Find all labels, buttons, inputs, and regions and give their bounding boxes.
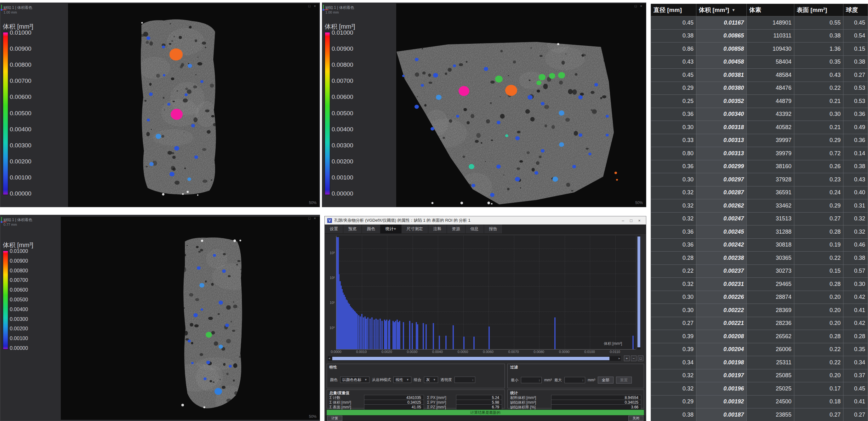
defect-marker[interactable] (191, 362, 194, 364)
defect-marker[interactable] (185, 93, 188, 96)
table-row[interactable]: 0.320.00231294650.280.30 (651, 278, 868, 291)
maximize-button[interactable]: □ (627, 218, 635, 223)
tab-预览[interactable]: 预览 (343, 225, 362, 233)
defect-marker[interactable] (505, 134, 508, 137)
table-row[interactable]: 0.320.00287365910.240.40 (651, 186, 868, 200)
table-row[interactable]: 0.860.008581094301.360.15 (651, 42, 868, 56)
table-row[interactable]: 0.280.00238303650.220.38 (651, 252, 868, 265)
scroll-right-icon[interactable]: ▸ (619, 356, 620, 360)
defect-marker[interactable] (541, 102, 545, 105)
dialog-titlebar[interactable]: V 孔隙/夹杂物分析 (VGDefX/仅阈值) 的属性：缺陷 1 的 表面的 R… (325, 216, 646, 225)
defect-marker[interactable] (436, 95, 441, 100)
table-row[interactable]: 0.290.00192245000.180.41 (651, 395, 868, 409)
table-row[interactable]: 0.320.00196250250.170.45 (651, 382, 868, 395)
combine-select[interactable]: 灰▼ (424, 377, 438, 383)
tab-设置[interactable]: 设置 (325, 225, 343, 233)
table-row[interactable]: 0.450.00381485840.430.27 (651, 69, 868, 82)
filter-max-input[interactable]: ↕ (564, 377, 585, 383)
ct-view-top-right[interactable]: 缺陷 1 | 体积着色 1.00 mm □ × 体积 [mm³] 0.01000… (322, 2, 646, 207)
column-header-2[interactable]: 体素 (747, 4, 794, 17)
table-row[interactable]: 0.360.00340433920.300.36 (651, 108, 868, 121)
table-row[interactable]: 0.250.00352448790.210.53 (651, 95, 868, 108)
defect-marker[interactable] (534, 171, 538, 174)
horizontal-scrollbar[interactable]: ◂ ▸ (328, 356, 621, 361)
pane-window-icons[interactable]: □ × (634, 4, 644, 8)
table-row[interactable]: 0.300.00318405820.210.49 (651, 121, 868, 134)
defect-marker[interactable] (495, 75, 503, 83)
table-row[interactable]: 0.390.00208265620.280.28 (651, 330, 868, 343)
defect-marker[interactable] (204, 377, 207, 380)
defect-marker[interactable] (431, 127, 434, 130)
histogram-plot[interactable] (336, 236, 636, 350)
table-row[interactable]: 0.380.008651103110.380.54 (651, 30, 868, 43)
defect-marker[interactable] (162, 45, 165, 48)
defect-marker[interactable] (515, 177, 520, 182)
defect-marker[interactable] (433, 73, 438, 78)
zoom-fit-icon[interactable]: □ (638, 356, 644, 361)
defect-marker[interactable] (549, 73, 555, 79)
defect-table[interactable]: 直径 [mm]体积 [mm³]▼体素表面 [mm²]球度0.450.011671… (651, 4, 868, 421)
defect-marker[interactable] (199, 283, 205, 288)
defect-marker[interactable] (484, 67, 488, 71)
table-row[interactable]: 0.270.00221282360.200.42 (651, 317, 868, 330)
defect-marker[interactable] (200, 308, 203, 311)
ct-view-top[interactable]: 缺陷 1 | 体积着色 1.00 mm □ × 体积 [mm³] 0.01000… (0, 2, 320, 207)
defect-marker[interactable] (194, 155, 198, 159)
table-row[interactable]: 0.300.00297379280.230.43 (651, 173, 868, 186)
tab-统计+[interactable]: 统计+ (380, 225, 402, 233)
defect-marker[interactable] (606, 115, 609, 118)
table-row[interactable]: 0.390.00204260060.220.35 (651, 343, 868, 356)
spinner-arrows-icon[interactable]: ↕ (538, 379, 540, 382)
minimize-button[interactable]: – (619, 218, 627, 223)
defect-marker[interactable] (615, 172, 617, 174)
table-row[interactable]: 0.360.00245312880.280.32 (651, 225, 868, 239)
defect-marker[interactable] (213, 254, 216, 257)
defect-marker[interactable] (147, 119, 150, 121)
column-header-3[interactable]: 表面 [mm²] (794, 4, 843, 17)
compute-button[interactable]: 计算 (327, 416, 342, 421)
table-row[interactable]: 0.320.00262334620.290.31 (651, 199, 868, 213)
defect-marker[interactable] (588, 153, 591, 155)
table-row[interactable]: 0.450.011671489010.550.45 (651, 17, 868, 30)
ct-view-bottom[interactable]: 缺陷 1 | 体积着色 0.77 mm □ × 体积 [mm³] 0.01000… (0, 215, 320, 421)
defect-marker[interactable] (579, 133, 582, 137)
defect-marker[interactable] (594, 83, 598, 86)
color-mode-select[interactable]: 以颜色色标▼ (340, 377, 369, 383)
defect-marker[interactable] (188, 64, 192, 68)
defect-marker[interactable] (515, 136, 520, 140)
table-row[interactable]: 0.300.00222283690.200.41 (651, 304, 868, 317)
defect-marker[interactable] (169, 48, 183, 61)
defect-marker[interactable] (497, 121, 500, 124)
defect-marker[interactable] (528, 95, 533, 100)
table-row[interactable]: 0.340.00198253110.220.34 (651, 356, 868, 369)
tab-资源[interactable]: 资源 (447, 225, 465, 233)
defect-marker[interactable] (163, 74, 165, 76)
defect-marker[interactable] (616, 179, 618, 181)
table-row[interactable]: 0.320.00247315130.270.32 (651, 213, 868, 226)
defect-marker[interactable] (505, 85, 517, 96)
scroll-left-icon[interactable]: ◂ (329, 356, 330, 360)
opacity-spinner[interactable]: ↕ (455, 377, 475, 383)
defect-marker[interactable] (171, 109, 183, 120)
tab-信息[interactable]: 信息 (465, 225, 484, 233)
defect-marker[interactable] (187, 177, 191, 181)
tab-颜色[interactable]: 颜色 (362, 225, 380, 233)
defect-marker[interactable] (471, 184, 475, 187)
filter-reset-button[interactable]: 重置 (616, 377, 632, 384)
defect-marker[interactable] (149, 92, 153, 96)
defect-marker[interactable] (219, 301, 223, 305)
defect-marker[interactable] (206, 360, 210, 364)
filter-min-input[interactable]: ↕ (521, 377, 542, 383)
table-row[interactable]: 0.220.00237302730.150.57 (651, 265, 868, 278)
defect-marker[interactable] (149, 162, 154, 166)
defect-marker[interactable] (188, 339, 191, 342)
defect-marker[interactable] (541, 149, 545, 153)
table-row[interactable]: 0.320.00197250850.200.37 (651, 369, 868, 383)
defect-marker[interactable] (421, 84, 424, 87)
defect-marker[interactable] (229, 365, 232, 367)
defect-marker[interactable] (415, 58, 418, 61)
defect-marker[interactable] (197, 266, 200, 269)
table-row[interactable]: 0.300.00226288740.200.42 (651, 291, 868, 304)
table-row[interactable]: 0.360.00299381600.260.38 (651, 160, 868, 173)
defect-marker[interactable] (572, 165, 576, 168)
